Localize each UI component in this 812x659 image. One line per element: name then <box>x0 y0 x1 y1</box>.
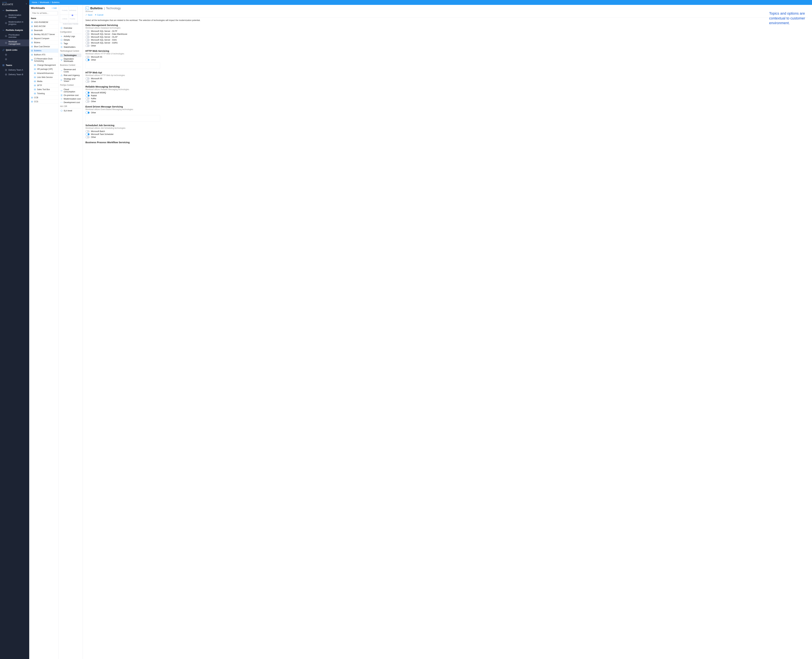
workload-item[interactable]: ASG-RAINBOW <box>29 20 58 24</box>
tech-option-label: Microsoft Batch <box>91 130 105 132</box>
workload-item[interactable]: Media <box>29 79 58 84</box>
detail-nav-item[interactable]: Stakeholders <box>60 45 81 49</box>
workload-item[interactable]: Bulletins <box>29 49 58 53</box>
workload-item[interactable]: Blue Coat Director <box>29 45 58 49</box>
tech-section-desc: Workload utilizes Job Scheduling technol… <box>85 127 808 129</box>
sidebar-item[interactable] <box>0 52 29 57</box>
tech-section: Reliable Messaging ServicingWorkload uti… <box>85 85 808 103</box>
toggle[interactable] <box>85 130 90 132</box>
sidebar-item[interactable]: Modernization in progress <box>0 20 29 27</box>
tech-option-label: Other <box>91 45 96 47</box>
sidebar-item[interactable]: Prioritization overview <box>0 33 29 39</box>
detail-subtitle: Workload <box>85 10 808 13</box>
nav-section-title[interactable]: Portfolio Analysis <box>0 28 29 33</box>
detail-nav-item[interactable]: SLA level <box>60 109 81 112</box>
workloads-filter-input[interactable] <box>31 11 58 15</box>
toggle[interactable] <box>85 59 90 61</box>
workload-item[interactable]: Beyond Compare <box>29 36 58 41</box>
detail-nav-item[interactable]: Development cost <box>60 101 81 104</box>
breadcrumb-current[interactable]: Bulletins <box>52 1 60 3</box>
workload-item[interactable]: Beanstalk <box>29 28 58 33</box>
sheet-icon <box>5 15 7 17</box>
workload-item[interactable]: Intranet/Infoservice <box>29 71 58 75</box>
breadcrumb-workloads[interactable]: Workloads <box>40 1 49 3</box>
detail-nav-item[interactable]: Technologies <box>60 54 81 57</box>
toggle[interactable] <box>85 80 90 83</box>
workload-item[interactable]: CCS <box>29 100 58 104</box>
workload-item[interactable]: Change Management <box>29 63 58 67</box>
toggle[interactable] <box>85 42 90 44</box>
globe-icon <box>5 69 7 71</box>
svg-rect-62 <box>34 73 36 74</box>
tech-section: Business Process Workflow Servicing <box>85 141 808 144</box>
toggle[interactable] <box>85 98 90 100</box>
sidebar-item[interactable]: Workload management <box>0 39 29 46</box>
workload-item[interactable]: Ticketing <box>29 91 58 96</box>
svg-rect-32 <box>31 30 33 31</box>
workload-item[interactable]: BAE AVCOM <box>29 24 58 28</box>
detail-nav-item[interactable]: Revenue and Costs <box>60 68 81 74</box>
cancel-button[interactable]: ✕ Cancel <box>95 14 103 16</box>
collapse-sidebar-icon[interactable]: « <box>26 3 27 5</box>
detail-nav-item[interactable]: Modernization cost <box>60 97 81 101</box>
toggle[interactable] <box>85 56 90 58</box>
toggle[interactable] <box>85 100 90 102</box>
detail-nav-item[interactable]: On-premise cost <box>60 93 81 97</box>
detail-nav-overview[interactable]: Overview <box>60 26 81 30</box>
sidebar-item[interactable] <box>0 57 29 61</box>
workload-item[interactable]: CCB <box>29 96 58 100</box>
workloads-panel: Workloads + Add Search Name ASG-RAINBOWB… <box>29 5 58 659</box>
toggle[interactable] <box>85 36 90 38</box>
save-button[interactable]: ✓ Save <box>85 14 92 16</box>
tech-option: Other <box>85 136 808 139</box>
tech-option: Other <box>85 58 808 61</box>
svg-rect-12 <box>5 35 7 37</box>
workload-item[interactable]: C3 Reservation Dock Scheduling <box>29 57 58 63</box>
detail-nav-item[interactable]: Strategy and Vision <box>60 77 81 83</box>
toggle[interactable] <box>85 91 90 94</box>
nav-section-title[interactable]: Dashboards <box>0 8 29 13</box>
detail-nav-item[interactable]: Risk and Urgency <box>60 74 81 77</box>
detail-nav-item[interactable]: Activity Logs <box>60 35 81 38</box>
workload-item[interactable]: Biztera <box>29 41 58 45</box>
toggle[interactable] <box>85 136 90 138</box>
aux-text-box[interactable] <box>85 62 160 69</box>
sidebar-item[interactable]: Delivery Team A <box>0 68 29 72</box>
detail-nav-item[interactable]: Cloud consumption <box>60 88 81 93</box>
workloads-name-header: Name <box>29 17 58 20</box>
workload-item[interactable]: Lists Web Service <box>29 75 58 79</box>
toggle[interactable] <box>85 45 90 47</box>
workload-item[interactable]: Sales Tool Box <box>29 88 58 91</box>
tech-option: Microsoft SQL Server - OLAP <box>85 36 808 38</box>
workload-item[interactable]: HR package (VIP) <box>29 67 58 71</box>
list-icon <box>31 41 33 44</box>
breadcrumb-home[interactable]: Home <box>32 1 37 3</box>
globe-icon <box>5 73 7 76</box>
workload-item[interactable]: Bentley SELECT Server <box>29 33 58 36</box>
workload-item[interactable]: Bullhorn ATS <box>29 53 58 57</box>
toggle[interactable] <box>85 33 90 35</box>
toggle[interactable] <box>85 133 90 136</box>
svg-point-0 <box>3 10 3 11</box>
tech-section: Scheduled Job ServicingWorkload utilizes… <box>85 124 808 139</box>
detail-nav-item[interactable]: Tags <box>60 42 81 45</box>
detail-nav-item[interactable]: Details <box>60 38 81 42</box>
list-icon <box>34 68 36 70</box>
toggle[interactable] <box>85 30 90 32</box>
workload-item[interactable]: SFTP <box>29 84 58 88</box>
nav-section-title[interactable]: Quick Links <box>0 47 29 52</box>
detail-nav-item[interactable]: Dependent Workloads <box>60 57 81 63</box>
toggle[interactable] <box>85 77 90 80</box>
toggle[interactable] <box>85 95 90 97</box>
quad-q3: Unlikely <box>62 18 68 20</box>
svg-rect-23 <box>3 65 4 66</box>
nav-section-title[interactable]: Teams <box>0 63 29 68</box>
toggle[interactable] <box>85 112 90 114</box>
list-icon <box>31 21 33 24</box>
tech-section-title: Reliable Messaging Servicing <box>85 85 808 88</box>
sidebar-item[interactable]: Modernization overview <box>0 13 29 20</box>
sidebar-item[interactable]: Delivery Team B <box>0 72 29 77</box>
toggle[interactable] <box>85 39 90 41</box>
aux-text-box[interactable] <box>85 115 160 121</box>
add-workload-button[interactable]: + Add <box>52 7 57 9</box>
